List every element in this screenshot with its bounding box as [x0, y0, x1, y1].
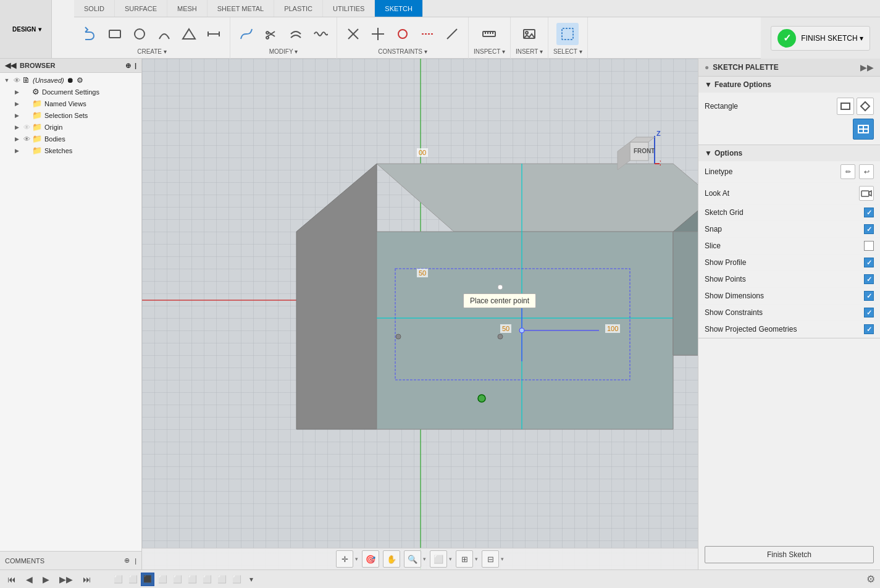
select-active-icon[interactable]: [556, 23, 579, 45]
unsaved-gear-icon[interactable]: ⚙: [77, 76, 83, 85]
slash-constraint-icon[interactable]: [441, 23, 463, 45]
wave-icon[interactable]: [309, 23, 332, 45]
show-profile-checkbox[interactable]: [864, 258, 874, 267]
view-mode-6[interactable]: ⬜: [185, 573, 199, 586]
tab-utilities[interactable]: UTILITIES: [323, 0, 375, 17]
unsaved-record-icon[interactable]: ⏺: [67, 76, 74, 85]
snap-checkbox[interactable]: [864, 224, 874, 234]
design-button[interactable]: DESIGN ▾: [0, 0, 52, 58]
zoom-dropdown[interactable]: ▾: [423, 556, 426, 562]
look-at-button[interactable]: 🎯: [362, 550, 379, 568]
playback-start-button[interactable]: ⏮: [5, 573, 19, 586]
comments-pin-icon[interactable]: |: [135, 557, 136, 565]
bodies-eye[interactable]: 👁: [21, 135, 32, 143]
comments-add-icon[interactable]: ⊕: [124, 556, 130, 565]
display-mode-button[interactable]: ⬜: [430, 550, 447, 568]
browser-collapse-icon[interactable]: ◀◀: [5, 61, 16, 70]
rectangle-icon[interactable]: [104, 23, 126, 45]
tree-item-named-views[interactable]: ▶ 👁 📁 Named Views: [0, 98, 141, 109]
playback-prev-button[interactable]: ◀: [23, 573, 35, 586]
tab-surface[interactable]: SURFACE: [115, 0, 167, 17]
dimension-icon[interactable]: [203, 23, 225, 45]
modify-label[interactable]: MODIFY ▾: [269, 48, 298, 56]
tree-item-bodies[interactable]: ▶ 👁 📁 Bodies: [0, 133, 141, 145]
insert-image-icon[interactable]: [518, 23, 540, 45]
grid-dropdown[interactable]: ▾: [475, 556, 478, 562]
tree-item-sketches[interactable]: ▶ 👁 📁 Sketches: [0, 145, 141, 156]
circle-constraint-icon[interactable]: [392, 23, 414, 45]
tree-item-selection-sets[interactable]: ▶ 👁 📁 Selection Sets: [0, 109, 141, 121]
triangle-icon[interactable]: [178, 23, 200, 45]
show-points-checkbox[interactable]: [864, 274, 874, 284]
sketch-palette-expand[interactable]: ▶▶: [860, 62, 874, 72]
undo-icon[interactable]: [79, 23, 101, 45]
select-label[interactable]: SELECT ▾: [553, 48, 582, 56]
rect-center-icon[interactable]: [853, 119, 874, 140]
show-dimensions-checkbox[interactable]: [864, 291, 874, 301]
view-options-button[interactable]: ⊟: [482, 550, 499, 568]
ruler-icon[interactable]: [478, 23, 500, 45]
tab-plastic[interactable]: PLASTIC: [274, 0, 323, 17]
constraints-label[interactable]: CONSTRAINTS ▾: [378, 48, 427, 56]
viewport[interactable]: 00 50 100 150 50 Place center point Z X …: [142, 59, 698, 569]
look-at-camera-icon[interactable]: [859, 186, 874, 201]
tab-sketch[interactable]: SKETCH: [375, 0, 423, 17]
linetype-cycle-icon[interactable]: ↩: [859, 164, 874, 179]
view-mode-1[interactable]: ⬜: [111, 573, 125, 586]
offset-icon[interactable]: [285, 23, 307, 45]
tab-mesh[interactable]: MESH: [167, 0, 207, 17]
origin-eye[interactable]: 👁: [21, 124, 32, 131]
tree-item-unsaved[interactable]: ▼ 👁 🗎 (Unsaved) ⏺ ⚙: [0, 74, 141, 86]
tree-item-doc-settings[interactable]: ▶ 👁 ⚙ Document Settings: [0, 86, 141, 98]
playback-end-button[interactable]: ⏭: [80, 573, 94, 586]
view-mode-5[interactable]: ⬜: [170, 573, 184, 586]
vertical-line-icon[interactable]: [367, 23, 389, 45]
view-mode-4[interactable]: ⬜: [156, 573, 169, 586]
options-header[interactable]: ▼ Options: [698, 145, 880, 161]
unsaved-eye[interactable]: 👁: [11, 77, 22, 84]
tab-sheet-metal[interactable]: SHEET METAL: [207, 0, 274, 17]
view-mode-3[interactable]: ⬛: [141, 573, 154, 586]
arc-icon[interactable]: [153, 23, 175, 45]
tab-solid[interactable]: SOLID: [74, 0, 115, 17]
view-mode-10[interactable]: ▾: [245, 573, 258, 586]
view-mode-8[interactable]: ⬜: [215, 573, 228, 586]
spline-icon[interactable]: [235, 23, 258, 45]
sketch-grid-checkbox[interactable]: [864, 208, 874, 217]
rect-corner-icon[interactable]: [837, 98, 854, 115]
view-mode-9[interactable]: ⬜: [230, 573, 243, 586]
move-pivot-button[interactable]: ✛: [336, 550, 353, 568]
show-projected-checkbox[interactable]: [864, 324, 874, 334]
settings-gear-icon[interactable]: ⚙: [866, 573, 875, 585]
create-label[interactable]: CREATE ▾: [137, 48, 167, 56]
zoom-button[interactable]: 🔍: [404, 550, 421, 568]
browser-pin-icon[interactable]: |: [135, 62, 136, 69]
linetype-pencil-icon[interactable]: ✏: [840, 164, 855, 179]
hatch-icon[interactable]: [342, 23, 364, 45]
inspect-label[interactable]: INSPECT ▾: [474, 48, 505, 56]
show-constraints-checkbox[interactable]: [864, 308, 874, 317]
finish-sketch-toolbar-button[interactable]: ✓ FINISH SKETCH ▾: [771, 26, 870, 51]
circle-icon[interactable]: [128, 23, 151, 45]
finish-sketch-button[interactable]: Finish Sketch: [705, 546, 874, 563]
show-dimensions-label: Show Dimensions: [705, 292, 764, 300]
playback-play-button[interactable]: ▶: [40, 573, 52, 586]
feature-options-header[interactable]: ▼ Feature Options: [698, 77, 880, 93]
pan-button[interactable]: ✋: [383, 550, 400, 568]
tree-item-origin[interactable]: ▶ 👁 📁 Origin: [0, 121, 141, 133]
sketches-folder-icon: 📁: [32, 146, 42, 155]
browser-add-icon[interactable]: ⊕: [125, 62, 131, 70]
view-mode-7[interactable]: ⬜: [200, 573, 214, 586]
grid-button[interactable]: ⊞: [456, 550, 473, 568]
rect-rotated-icon[interactable]: [857, 98, 874, 115]
insert-label[interactable]: INSERT ▾: [516, 48, 543, 56]
viewcube[interactable]: Z X FRONT: [611, 130, 661, 181]
view-options-dropdown[interactable]: ▾: [501, 556, 504, 562]
view-mode-2[interactable]: ⬜: [126, 573, 140, 586]
playback-next-button[interactable]: ▶▶: [57, 573, 75, 586]
display-mode-dropdown[interactable]: ▾: [449, 556, 452, 562]
slice-checkbox[interactable]: [864, 241, 874, 251]
scissors-icon[interactable]: [260, 23, 282, 45]
move-pivot-dropdown[interactable]: ▾: [355, 556, 358, 562]
dash-constraint-icon[interactable]: [416, 23, 438, 45]
